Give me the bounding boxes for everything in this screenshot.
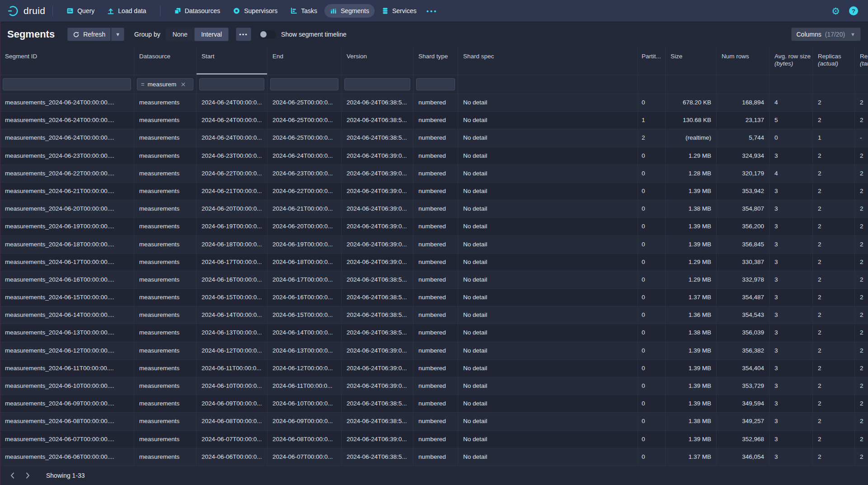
cell-start: 2024-06-19T00:00:0... (197, 218, 267, 235)
nav-item-supervisors[interactable]: Supervisors (227, 4, 283, 18)
cell-replication_factor: 2 (855, 183, 868, 200)
table-row[interactable]: measurements_2024-06-18T00:00:00....meas… (0, 236, 868, 254)
group-by-interval-button[interactable]: Interval (194, 28, 229, 41)
column-header-shard_spec[interactable]: Shard spec (458, 47, 638, 75)
cell-shard_spec: No detail (458, 342, 638, 360)
table-row[interactable]: measurements_2024-06-09T00:00:00....meas… (0, 395, 868, 413)
column-header-start[interactable]: Start (197, 47, 267, 75)
table-row[interactable]: measurements_2024-06-24T00:00:00....meas… (0, 129, 868, 147)
cell-replicas: 2 (813, 218, 855, 235)
cell-segment_id: measurements_2024-06-17T00:00:00.... (0, 254, 134, 271)
group-by-none-button[interactable]: None (166, 28, 194, 41)
settings-gear-icon[interactable]: ⚙ (831, 6, 840, 16)
table-row[interactable]: measurements_2024-06-19T00:00:00....meas… (0, 218, 868, 235)
cell-replication_factor: 2 (855, 165, 868, 183)
help-icon[interactable]: ? (849, 6, 858, 15)
filter-input-segment_id[interactable] (3, 78, 131, 90)
table-row[interactable]: measurements_2024-06-23T00:00:00....meas… (0, 147, 868, 165)
table-row[interactable]: measurements_2024-06-15T00:00:00....meas… (0, 289, 868, 306)
table-row[interactable]: measurements_2024-06-16T00:00:00....meas… (0, 271, 868, 289)
column-header-num_rows[interactable]: Num rows (717, 47, 769, 75)
more-options-button[interactable]: ••• (236, 28, 251, 41)
filter-input-datasource[interactable]: =measurem✕ (137, 78, 193, 90)
cell-datasource: measurements (134, 271, 197, 289)
column-label: Replicas (818, 53, 849, 60)
prev-page-button[interactable] (5, 469, 19, 482)
column-header-segment_id[interactable]: Segment ID (0, 47, 134, 75)
column-header-datasource[interactable]: Datasource (134, 47, 197, 75)
nav-item-datasources[interactable]: Datasources (169, 4, 226, 18)
column-header-end[interactable]: End (267, 47, 342, 75)
cell-replicas: 2 (813, 271, 855, 289)
nav-more-menu[interactable]: ••• (423, 7, 441, 15)
table-row[interactable]: measurements_2024-06-06T00:00:00....meas… (0, 448, 868, 466)
cell-version: 2024-06-24T06:39:0... (342, 147, 413, 165)
cell-partition: 0 (638, 289, 666, 306)
cell-end: 2024-06-16T00:00:0... (267, 289, 342, 306)
column-header-avg_row_size[interactable]: Avg. row size(bytes) (769, 47, 813, 75)
remove-filter-icon[interactable]: ✕ (180, 81, 186, 88)
cell-version: 2024-06-24T06:38:5... (342, 129, 413, 147)
nav-item-services[interactable]: Services (376, 4, 422, 18)
table-row[interactable]: measurements_2024-06-24T00:00:00....meas… (0, 94, 868, 112)
column-header-partition[interactable]: Partit... (638, 47, 666, 75)
table-row[interactable]: measurements_2024-06-10T00:00:00....meas… (0, 377, 868, 395)
cell-num_rows: 354,487 (717, 289, 769, 306)
filter-input-shard_type[interactable] (416, 78, 455, 90)
cell-segment_id: measurements_2024-06-24T00:00:00.... (0, 112, 134, 129)
cell-replicas: 1 (813, 129, 855, 147)
cell-shard_type: numbered (413, 94, 458, 112)
table-row[interactable]: measurements_2024-06-11T00:00:00....meas… (0, 360, 868, 377)
filter-input-version[interactable] (344, 78, 410, 90)
load-data-icon (107, 7, 114, 14)
column-header-version[interactable]: Version (342, 47, 413, 75)
cell-avg_row_size: 3 (769, 200, 813, 218)
cell-start: 2024-06-09T00:00:0... (197, 395, 267, 413)
cell-shard_type: numbered (413, 431, 458, 448)
group-by-segmented-control: None Interval (166, 28, 229, 41)
columns-button[interactable]: Columns (17/20) ▼ (791, 28, 861, 41)
cell-shard_spec: No detail (458, 254, 638, 271)
nav-item-load-data[interactable]: Load data (102, 4, 151, 18)
column-header-replicas[interactable]: Replicas(actual) (813, 47, 855, 75)
cell-num_rows: 330,387 (717, 254, 769, 271)
table-row[interactable]: measurements_2024-06-21T00:00:00....meas… (0, 183, 868, 200)
cell-avg_row_size: 3 (769, 448, 813, 466)
filter-input-end[interactable] (270, 78, 338, 90)
filter-cell-segment_id (0, 75, 134, 94)
table-row[interactable]: measurements_2024-06-14T00:00:00....meas… (0, 306, 868, 324)
segment-timeline-toggle[interactable] (259, 30, 276, 39)
refresh-interval-caret-button[interactable]: ▼ (111, 28, 124, 41)
cell-version: 2024-06-24T06:38:5... (342, 289, 413, 306)
nav-item-tasks[interactable]: Tasks (285, 4, 323, 18)
filter-input-start[interactable] (199, 78, 264, 90)
column-header-size[interactable]: Size (666, 47, 717, 75)
cell-version: 2024-06-24T06:38:5... (342, 324, 413, 342)
nav-item-label: Datasources (185, 7, 221, 14)
cell-shard_spec: No detail (458, 431, 638, 448)
column-sublabel: (actual) (818, 60, 849, 67)
table-row[interactable]: measurements_2024-06-24T00:00:00....meas… (0, 112, 868, 129)
table-row[interactable]: measurements_2024-06-12T00:00:00....meas… (0, 342, 868, 360)
nav-item-query[interactable]: Query (61, 4, 100, 18)
cell-avg_row_size: 3 (769, 236, 813, 254)
table-row[interactable]: measurements_2024-06-08T00:00:00....meas… (0, 413, 868, 430)
nav-item-segments[interactable]: Segments (324, 4, 375, 18)
table-row[interactable]: measurements_2024-06-22T00:00:00....meas… (0, 165, 868, 183)
cell-shard_type: numbered (413, 448, 458, 466)
cell-replication_factor: 2 (855, 147, 868, 165)
refresh-button[interactable]: Refresh (67, 28, 111, 41)
druid-brand[interactable]: druid (7, 5, 45, 17)
cell-replication_factor: 2 (855, 271, 868, 289)
column-header-replication_factor[interactable]: Replication factor(target) (855, 47, 868, 75)
cell-partition: 0 (638, 395, 666, 413)
table-row[interactable]: measurements_2024-06-13T00:00:00....meas… (0, 324, 868, 342)
column-label: Version (347, 53, 408, 60)
table-row[interactable]: measurements_2024-06-20T00:00:00....meas… (0, 200, 868, 218)
table-row[interactable]: measurements_2024-06-17T00:00:00....meas… (0, 254, 868, 271)
table-row[interactable]: measurements_2024-06-07T00:00:00....meas… (0, 431, 868, 448)
column-header-shard_type[interactable]: Shard type (413, 47, 458, 75)
cell-end: 2024-06-25T00:00:0... (267, 94, 342, 112)
next-page-button[interactable] (21, 469, 34, 482)
cell-end: 2024-06-17T00:00:0... (267, 271, 342, 289)
